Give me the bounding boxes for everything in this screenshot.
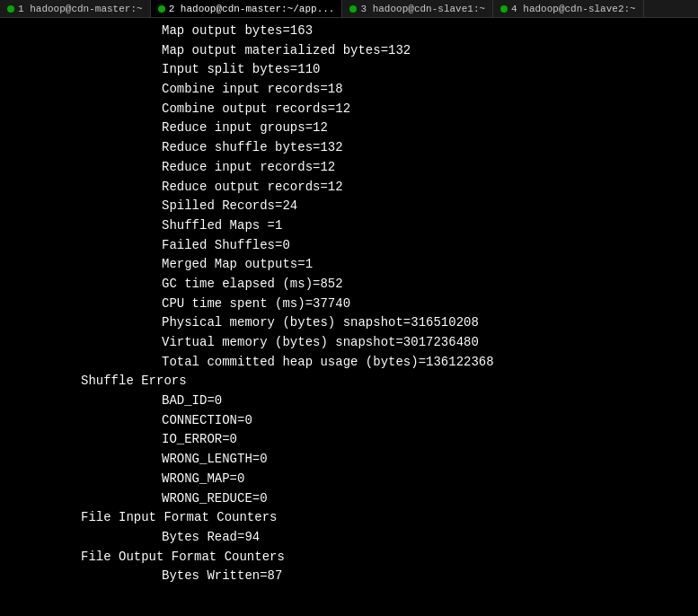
terminal-line-0: Map output bytes=163 [0, 22, 698, 41]
terminal-line-25: File Input Format Counters [0, 508, 698, 528]
terminal-line-11: Failed Shuffles=0 [0, 236, 698, 256]
tab-1[interactable]: 1 hadoop@cdn-master:~ [0, 0, 151, 17]
terminal-line-6: Reduce shuffle bytes=132 [0, 138, 698, 158]
tab-4-dot [500, 5, 508, 13]
terminal-line-10: Shuffled Maps =1 [0, 216, 698, 236]
tab-bar: 1 hadoop@cdn-master:~ 2 hadoop@cdn-maste… [0, 0, 698, 18]
terminal-line-15: Physical memory (bytes) snapshot=3165102… [0, 313, 698, 333]
terminal-line-23: WRONG_MAP=0 [0, 470, 698, 489]
terminal-line-22: WRONG_LENGTH=0 [0, 450, 698, 470]
tab-3-label: 3 hadoop@cdn-slave1:~ [360, 4, 485, 14]
terminal-line-16: Virtual memory (bytes) snapshot=30172364… [0, 333, 698, 353]
tab-4[interactable]: 4 hadoop@cdn-slave2:~ [493, 0, 644, 17]
terminal-line-24: WRONG_REDUCE=0 [0, 489, 698, 509]
terminal-line-1: Map output materialized bytes=132 [0, 41, 698, 61]
terminal-line-20: CONNECTION=0 [0, 411, 698, 431]
tab-2-label: 2 hadoop@cdn-master:~/app... [169, 4, 335, 14]
terminal-line-18: Shuffle Errors [0, 372, 698, 392]
tab-2-dot [158, 5, 165, 13]
tab-4-label: 4 hadoop@cdn-slave2:~ [511, 4, 636, 14]
tab-1-label: 1 hadoop@cdn-master:~ [18, 4, 143, 14]
terminal-line-4: Combine output records=12 [0, 100, 698, 119]
terminal-line-26: Bytes Read=94 [0, 528, 698, 548]
terminal-line-5: Reduce input groups=12 [0, 119, 698, 138]
terminal-line-28: Bytes Written=87 [0, 567, 698, 586]
terminal-line-27: File Output Format Counters [0, 548, 698, 568]
tab-3[interactable]: 3 hadoop@cdn-slave1:~ [342, 0, 493, 17]
terminal-line-3: Combine input records=18 [0, 80, 698, 100]
terminal-line-9: Spilled Records=24 [0, 197, 698, 216]
terminal-line-2: Input split bytes=110 [0, 60, 698, 80]
terminal-line-13: GC time elapsed (ms)=852 [0, 275, 698, 295]
terminal-line-21: IO_ERROR=0 [0, 430, 698, 450]
tab-2[interactable]: 2 hadoop@cdn-master:~/app... [151, 0, 343, 17]
terminal-line-12: Merged Map outputs=1 [0, 255, 698, 275]
terminal-line-17: Total committed heap usage (bytes)=13612… [0, 353, 698, 373]
tab-1-dot [7, 5, 14, 13]
terminal-line-7: Reduce input records=12 [0, 158, 698, 178]
terminal-content: Map output bytes=163Map output materiali… [0, 18, 698, 590]
tab-3-dot [349, 5, 357, 13]
terminal-line-14: CPU time spent (ms)=37740 [0, 295, 698, 314]
terminal-line-8: Reduce output records=12 [0, 178, 698, 198]
terminal-line-19: BAD_ID=0 [0, 392, 698, 411]
